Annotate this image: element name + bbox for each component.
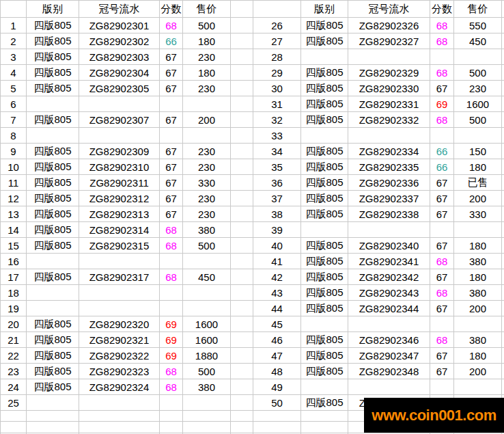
gap-cell[interactable] xyxy=(502,81,504,96)
serial-cell[interactable]: ZG82902326 xyxy=(348,18,430,33)
price-cell[interactable]: 500 xyxy=(454,65,502,81)
price-cell[interactable]: 200 xyxy=(183,112,231,128)
price-cell[interactable]: 1600 xyxy=(183,316,231,332)
version-cell[interactable]: 四版805 xyxy=(301,65,348,81)
serial-cell[interactable]: ZG82902320 xyxy=(79,316,160,332)
price-cell[interactable] xyxy=(183,285,231,301)
serial-cell[interactable] xyxy=(348,128,430,144)
score-cell[interactable]: 68 xyxy=(430,65,454,81)
score-cell[interactable]: 68 xyxy=(430,18,454,33)
price-cell[interactable] xyxy=(454,49,502,65)
score-cell[interactable]: 66 xyxy=(430,159,454,175)
score-cell[interactable] xyxy=(430,379,454,395)
gap-cell[interactable] xyxy=(231,379,253,395)
serial-cell[interactable] xyxy=(79,254,160,269)
serial-cell[interactable]: ZG82902322 xyxy=(79,348,160,364)
row-number-cell[interactable]: 14 xyxy=(1,222,27,238)
serial-cell[interactable]: ZG82902315 xyxy=(79,238,160,254)
gap-cell[interactable] xyxy=(502,159,504,175)
serial-cell[interactable]: ZG82902330 xyxy=(348,81,430,96)
score-cell[interactable]: 67 xyxy=(430,175,454,191)
price-cell[interactable]: 380 xyxy=(183,222,231,238)
row-number-cell[interactable]: 40 xyxy=(253,238,301,254)
serial-cell[interactable]: ZG82902343 xyxy=(348,285,430,301)
score-cell[interactable] xyxy=(160,96,183,112)
serial-cell[interactable]: ZG82902348 xyxy=(348,364,430,379)
gap-cell[interactable] xyxy=(502,285,504,301)
version-cell[interactable]: 四版805 xyxy=(301,81,348,96)
score-cell[interactable]: 67 xyxy=(160,159,183,175)
serial-cell[interactable] xyxy=(348,316,430,332)
row-number-cell[interactable]: 35 xyxy=(253,159,301,175)
serial-cell[interactable] xyxy=(348,379,430,395)
score-cell[interactable] xyxy=(160,254,183,269)
price-cell[interactable]: 380 xyxy=(454,332,502,348)
gap-cell[interactable] xyxy=(502,18,504,33)
version-cell[interactable]: 四版805 xyxy=(301,159,348,175)
gap-cell[interactable] xyxy=(502,96,504,112)
price-cell[interactable]: 330 xyxy=(183,175,231,191)
empty-cell[interactable] xyxy=(79,411,160,422)
gap-cell[interactable] xyxy=(231,269,253,285)
price-cell[interactable]: 500 xyxy=(183,18,231,33)
version-cell[interactable]: 四版805 xyxy=(27,332,79,348)
row-number-cell[interactable]: 23 xyxy=(1,364,27,379)
version-cell[interactable]: 四版805 xyxy=(301,285,348,301)
row-number-cell[interactable]: 19 xyxy=(1,301,27,316)
version-cell[interactable]: 四版805 xyxy=(27,81,79,96)
empty-cell[interactable] xyxy=(301,411,348,422)
score-cell[interactable] xyxy=(160,128,183,144)
serial-cell[interactable]: ZG82902332 xyxy=(348,112,430,128)
version-cell[interactable] xyxy=(301,379,348,395)
gap-cell[interactable] xyxy=(502,364,504,379)
gap-cell[interactable] xyxy=(231,65,253,81)
gap-cell[interactable] xyxy=(231,364,253,379)
row-number-cell[interactable]: 20 xyxy=(1,316,27,332)
price-cell[interactable]: 200 xyxy=(454,191,502,206)
empty-cell[interactable] xyxy=(1,422,27,433)
row-number-cell[interactable]: 31 xyxy=(253,96,301,112)
column-header-score[interactable]: 分数 xyxy=(160,1,183,18)
gap-cell[interactable] xyxy=(502,316,504,332)
row-number-cell[interactable]: 18 xyxy=(1,285,27,301)
row-number-cell[interactable]: 3 xyxy=(1,49,27,65)
price-cell[interactable]: 180 xyxy=(183,33,231,49)
empty-cell[interactable] xyxy=(231,422,253,433)
score-cell[interactable]: 68 xyxy=(430,33,454,49)
gap-cell[interactable] xyxy=(231,285,253,301)
serial-cell[interactable]: ZG82902302 xyxy=(79,33,160,49)
empty-cell[interactable] xyxy=(27,422,79,433)
empty-cell[interactable] xyxy=(183,411,231,422)
gap-cell[interactable] xyxy=(231,175,253,191)
version-cell[interactable]: 四版805 xyxy=(301,112,348,128)
row-number-cell[interactable]: 38 xyxy=(253,206,301,222)
version-cell[interactable]: 四版805 xyxy=(27,175,79,191)
score-cell[interactable]: 67 xyxy=(160,206,183,222)
score-cell[interactable]: 67 xyxy=(430,348,454,364)
gap-cell[interactable] xyxy=(502,144,504,159)
empty-cell[interactable] xyxy=(253,422,301,433)
score-cell[interactable]: 67 xyxy=(430,301,454,316)
row-number-cell[interactable]: 12 xyxy=(1,191,27,206)
gap-cell[interactable] xyxy=(231,191,253,206)
gap-cell[interactable] xyxy=(231,159,253,175)
serial-cell[interactable]: ZG82902317 xyxy=(79,269,160,285)
gap-cell[interactable] xyxy=(502,128,504,144)
row-number-cell[interactable]: 42 xyxy=(253,269,301,285)
price-cell[interactable]: 230 xyxy=(183,144,231,159)
column-header-score[interactable]: 分数 xyxy=(430,1,454,18)
score-cell[interactable]: 67 xyxy=(430,364,454,379)
serial-cell[interactable]: ZG82902311 xyxy=(79,175,160,191)
column-header-version[interactable]: 版别 xyxy=(27,1,79,18)
version-cell[interactable]: 四版805 xyxy=(301,301,348,316)
score-cell[interactable]: 67 xyxy=(160,144,183,159)
serial-cell[interactable]: ZG82902338 xyxy=(348,206,430,222)
price-cell[interactable]: 380 xyxy=(183,379,231,395)
gap-cell[interactable] xyxy=(231,128,253,144)
row-number-cell[interactable]: 21 xyxy=(1,332,27,348)
serial-cell[interactable]: ZG82902342 xyxy=(348,269,430,285)
score-cell[interactable] xyxy=(160,395,183,411)
price-cell[interactable]: 150 xyxy=(454,144,502,159)
price-cell[interactable]: 230 xyxy=(183,191,231,206)
version-cell[interactable]: 四版805 xyxy=(301,33,348,49)
